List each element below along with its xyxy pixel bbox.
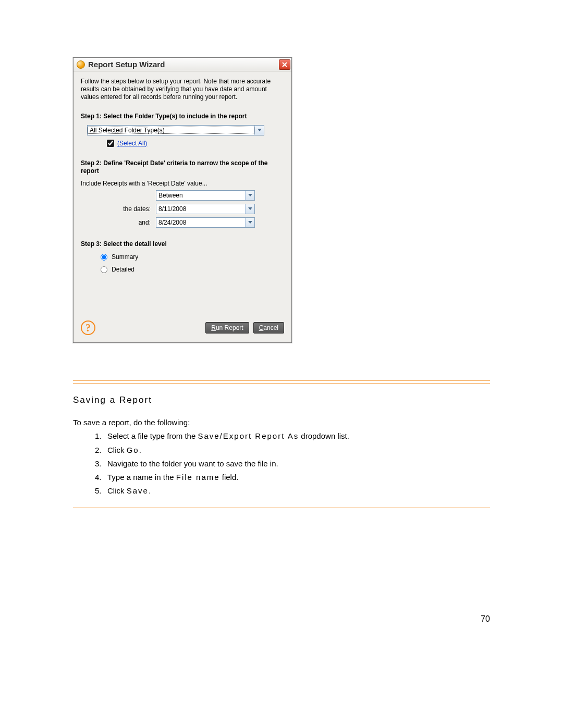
operator-dropdown[interactable]: Between	[156, 190, 255, 201]
help-icon[interactable]: ?	[81, 320, 95, 335]
section-divider	[73, 508, 490, 508]
date-from-value: 8/11/2008	[156, 205, 245, 213]
select-all-checkbox[interactable]	[107, 140, 114, 147]
date-to-value: 8/24/2008	[156, 219, 245, 226]
body-text: To save a report, do the following: 1.Se…	[73, 416, 490, 498]
step3-heading: Step 3: Select the detail level	[81, 240, 284, 249]
list-item: 1.Select a file type from the Save/Expor…	[95, 429, 490, 443]
and-label: and:	[111, 219, 153, 226]
app-icon	[77, 60, 85, 69]
folder-type-value: All Selected Folder Type(s)	[88, 127, 254, 134]
titlebar: Report Setup Wizard	[74, 58, 291, 71]
section-heading: Saving a Report	[73, 395, 490, 405]
dialog-title: Report Setup Wizard	[88, 60, 279, 69]
summary-label: Summary	[112, 253, 138, 261]
chevron-down-icon	[254, 126, 264, 135]
step2-intro: Include Receipts with a 'Receipt Date' v…	[81, 180, 284, 187]
date-from-dropdown[interactable]: 8/11/2008	[156, 204, 255, 214]
chevron-down-icon	[245, 204, 254, 214]
step2-heading: Step 2: Define 'Receipt Date' criteria t…	[81, 159, 284, 176]
step1-heading: Step 1: Select the Folder Type(s) to inc…	[81, 113, 284, 121]
list-item: 5.Click Save.	[95, 484, 490, 498]
intro-text: Follow the steps below to setup your rep…	[81, 78, 284, 101]
select-all-checkbox-row[interactable]: (Select All)	[107, 140, 284, 147]
select-all-label: (Select All)	[117, 140, 147, 147]
chevron-down-icon	[245, 218, 254, 227]
detailed-radio-row[interactable]: Detailed	[101, 266, 284, 273]
folder-type-dropdown[interactable]: All Selected Folder Type(s)	[87, 125, 264, 135]
detailed-radio[interactable]	[101, 266, 107, 273]
chevron-down-icon	[245, 191, 254, 200]
date-to-dropdown[interactable]: 8/24/2008	[156, 217, 255, 228]
summary-radio-row[interactable]: Summary	[101, 253, 284, 261]
section-divider	[73, 380, 490, 384]
close-button[interactable]	[279, 59, 290, 70]
run-report-button[interactable]: Run Report	[205, 322, 249, 334]
cancel-button[interactable]: Cancel	[253, 322, 284, 334]
list-item: 3.Navigate to the folder you want to sav…	[95, 457, 490, 471]
list-item: 4.Type a name in the File name field.	[95, 471, 490, 484]
dates-label: the dates:	[111, 205, 153, 213]
summary-radio[interactable]	[101, 254, 107, 261]
report-setup-wizard-dialog: Report Setup Wizard Follow the steps bel…	[73, 57, 292, 343]
close-icon	[282, 62, 287, 67]
list-item: 2.Click Go.	[95, 443, 490, 457]
page-number: 70	[481, 614, 490, 624]
lead-text: To save a report, do the following:	[73, 416, 490, 429]
operator-value: Between	[156, 192, 245, 199]
detailed-label: Detailed	[112, 266, 134, 273]
